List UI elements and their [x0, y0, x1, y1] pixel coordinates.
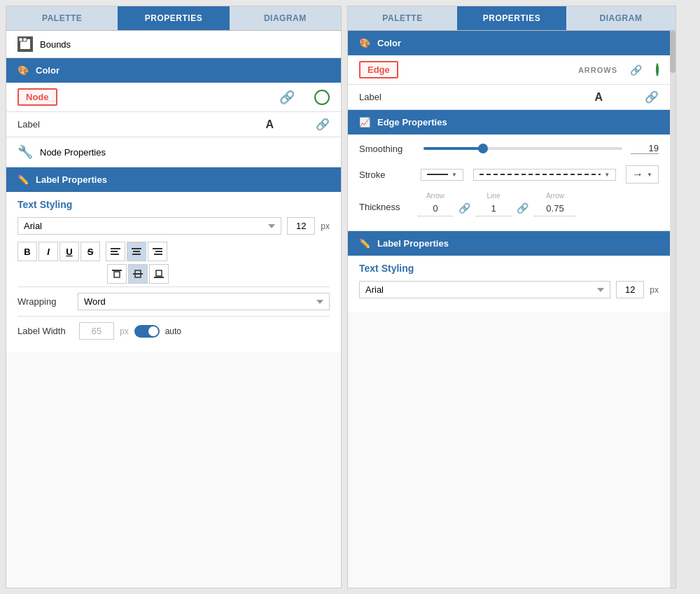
valign-bottom-btn[interactable]	[149, 264, 169, 284]
arrows-text: ARROWS	[578, 66, 617, 74]
stroke-dash-dropdown: ▼	[604, 172, 610, 178]
bounds-label: Bounds	[40, 39, 71, 50]
label-width-input-left[interactable]	[79, 322, 114, 340]
left-panel: PALETTE PROPERTIES DIAGRAM Bounds 🎨 Colo…	[6, 6, 342, 588]
left-color-section[interactable]: 🎨 Color	[6, 58, 341, 83]
text-styling-title-left: Text Styling	[18, 199, 330, 210]
wrapping-select-left[interactable]: Word None Break	[78, 293, 330, 310]
line-sub-label: Line	[487, 192, 500, 200]
svg-rect-13	[114, 272, 120, 277]
arrow-thickness-input[interactable]	[418, 201, 453, 216]
bounds-row[interactable]: Bounds	[6, 31, 341, 58]
circle-icon-node	[314, 90, 330, 105]
lw-px-label: px	[120, 326, 129, 336]
wrapping-label-left: Wrapping	[18, 296, 66, 307]
label-text-right: Label	[359, 92, 580, 102]
thickness-row: Thickness Arrow 🔗 Line 🔗 Arrow	[359, 192, 659, 216]
left-tab-properties[interactable]: PROPERTIES	[118, 6, 229, 30]
arrow-symbol: →	[632, 168, 643, 181]
right-color-section[interactable]: 🎨 Color	[348, 31, 670, 55]
edge-properties-header[interactable]: 📈 Edge Properties	[348, 110, 670, 134]
thickness-line-group: Line	[476, 192, 511, 216]
font-select-left[interactable]: Arial	[18, 217, 281, 235]
stroke-arrow-dropdown: ▼	[647, 172, 652, 178]
smoothing-row: Smoothing 19	[359, 143, 659, 154]
valign-middle-btn[interactable]	[128, 264, 148, 284]
svg-rect-17	[156, 270, 162, 276]
text-align-group	[106, 242, 167, 261]
px-label-right: px	[650, 285, 659, 295]
link-icon-node: 🔗	[279, 90, 295, 105]
label-text-left: Label	[18, 119, 251, 130]
italic-btn[interactable]: I	[38, 242, 58, 261]
palette-icon-right: 🎨	[359, 38, 370, 48]
font-row-right: Arial px	[359, 281, 659, 298]
bold-btn[interactable]: B	[18, 242, 37, 261]
right-text-styling: Text Styling Arial px	[348, 256, 670, 312]
thickness-label: Thickness	[359, 202, 415, 216]
thickness-arrow-group: Arrow	[418, 192, 453, 216]
circle-icon-right	[656, 64, 659, 75]
arrow2-thickness-input[interactable]	[534, 201, 576, 216]
stroke-dash-select[interactable]: ▼	[473, 169, 616, 181]
left-label-properties-section[interactable]: ✏️ Label Properties	[6, 167, 341, 192]
right-tab-bar: PALETTE PROPERTIES DIAGRAM	[348, 6, 676, 31]
left-tab-diagram[interactable]: DIAGRAM	[230, 6, 341, 30]
underline-btn[interactable]: U	[59, 242, 79, 261]
bounds-icon	[18, 36, 33, 52]
smoothing-value: 19	[631, 143, 659, 154]
color-label-right: Color	[377, 38, 401, 48]
font-row-left: Arial px	[18, 217, 330, 235]
valign-top-btn[interactable]	[107, 264, 127, 284]
vertical-align-group	[107, 264, 169, 284]
right-tab-palette[interactable]: PALETTE	[348, 6, 457, 30]
right-tab-properties[interactable]: PROPERTIES	[457, 6, 566, 30]
thickness-arrow2-group: Arrow	[534, 192, 576, 216]
scrollbar-thumb	[670, 31, 676, 73]
node-box[interactable]: Node	[18, 88, 57, 106]
left-tab-bar: PALETTE PROPERTIES DIAGRAM	[6, 6, 341, 31]
auto-label-left: auto	[165, 326, 181, 336]
stroke-line-dashed	[479, 174, 601, 175]
auto-toggle-left[interactable]	[134, 325, 160, 338]
link-icon-label: 🔗	[316, 118, 330, 131]
align-left-btn[interactable]	[106, 242, 125, 261]
right-label-properties-section[interactable]: ✏️ Label Properties	[348, 231, 670, 256]
arrow2-sub-label: Arrow	[546, 192, 564, 200]
link-icon-thickness-1: 🔗	[456, 202, 473, 216]
left-panel-body: Bounds 🎨 Color Node 🔗 Label A 🔗 🔧 Node P…	[6, 31, 341, 588]
node-properties-row[interactable]: 🔧 Node Properties	[6, 137, 341, 167]
label-row: Label A 🔗	[6, 112, 341, 137]
node-row: Node 🔗	[6, 83, 341, 112]
svg-rect-2	[23, 38, 27, 41]
align-right-btn[interactable]	[148, 242, 167, 261]
slider-thumb	[478, 144, 488, 153]
font-size-left[interactable]	[287, 217, 315, 235]
line-thickness-input[interactable]	[476, 201, 511, 216]
strikethrough-btn[interactable]: S	[80, 242, 100, 261]
right-scrollbar[interactable]	[670, 31, 676, 588]
stroke-arrow-select[interactable]: → ▼	[626, 165, 659, 184]
link-icon-thickness-2: 🔗	[514, 202, 531, 216]
px-label-left: px	[321, 221, 330, 231]
stroke-style-select[interactable]: ▼	[421, 169, 463, 181]
smoothing-slider[interactable]	[424, 147, 622, 150]
label-properties-label-right: Label Properties	[377, 238, 449, 249]
right-tab-diagram[interactable]: DIAGRAM	[566, 6, 676, 30]
stroke-label: Stroke	[359, 170, 415, 180]
edge-box[interactable]: Edge	[359, 61, 398, 78]
text-styling-title-right: Text Styling	[359, 263, 659, 274]
align-center-btn[interactable]	[127, 242, 146, 261]
node-properties-label: Node Properties	[40, 147, 106, 158]
label-properties-label-left: Label Properties	[36, 174, 107, 185]
svg-rect-1	[19, 38, 22, 41]
trend-icon: 📈	[359, 117, 370, 127]
left-tab-palette[interactable]: PALETTE	[6, 6, 118, 30]
font-select-right[interactable]: Arial	[359, 281, 610, 298]
pencil-icon-right: ✏️	[359, 238, 370, 249]
chain-icon-arrows: 🔗	[630, 64, 642, 76]
right-panel-body: 🎨 Color Edge ARROWS 🔗 Label A 🔗	[348, 31, 670, 588]
font-icon-right: A	[594, 91, 603, 104]
font-size-right[interactable]	[616, 281, 644, 298]
link-icon-label-right: 🔗	[645, 90, 659, 104]
